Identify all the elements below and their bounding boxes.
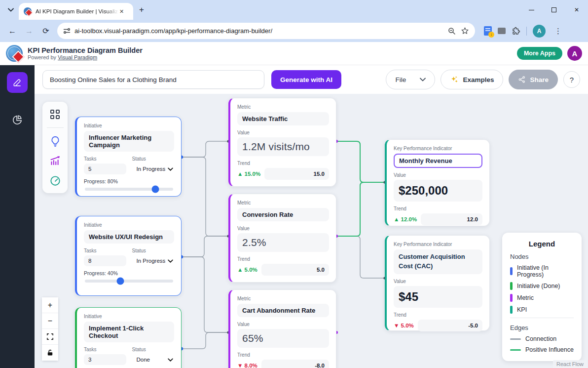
initiative-node-ux-redesign[interactable]: Initiative Website UX/UI Redesign Tasks … [75, 216, 182, 296]
trend-value-field[interactable]: 12.0 [421, 213, 482, 225]
extensions-puzzle-icon[interactable] [512, 27, 520, 36]
metric-value-field[interactable]: 65% [237, 329, 329, 348]
forward-icon[interactable]: → [22, 24, 37, 39]
trend-value-field[interactable]: -5.0 [418, 320, 482, 331]
url-text[interactable]: ai-toolbox.visual-paradigm.com/app/kpi-p… [74, 27, 443, 35]
kpi-title-input-focused[interactable]: Monthly Revenue [394, 154, 482, 168]
generate-with-ai-button[interactable]: Generate with AI [271, 70, 341, 89]
value-label: Value [394, 172, 482, 178]
metric-title-field[interactable]: Conversion Rate [237, 208, 329, 221]
kpi-title-field[interactable]: Customer Acquisition Cost (CAC) [394, 249, 482, 274]
metric-value-field[interactable]: 2.5% [237, 233, 329, 252]
tasks-field[interactable]: 5 [84, 164, 126, 174]
reload-icon[interactable]: ⟳ [38, 24, 53, 39]
metric-title-field[interactable]: Website Traffic [237, 112, 329, 125]
legend-item-label: Initiative (In Progress) [517, 264, 574, 278]
visual-paradigm-logo [6, 45, 23, 62]
legend-item: Initiative (In Progress) [510, 264, 574, 278]
address-bar[interactable]: ai-toolbox.visual-paradigm.com/app/kpi-p… [57, 23, 475, 39]
progress-slider[interactable] [85, 188, 173, 191]
browser-menu-kebab-icon[interactable]: ⋮ [551, 27, 565, 36]
tasks-label: Tasks [84, 156, 126, 162]
metric-title-field[interactable]: Cart Abandonment Rate [237, 304, 329, 317]
window-maximize-button[interactable] [543, 0, 565, 20]
trend-indicator: ▲ 12.0% [394, 216, 417, 222]
palette-kpi-gauge-icon[interactable] [49, 174, 62, 187]
site-settings-tune-icon[interactable] [63, 27, 71, 35]
more-apps-button[interactable]: More Apps [517, 47, 562, 60]
visual-paradigm-link[interactable]: Visual Paradigm [58, 54, 97, 60]
bookmark-star-icon[interactable] [461, 27, 469, 35]
palette-metric-chart-icon[interactable] [49, 155, 62, 167]
initiative-title-field[interactable]: Implement 1-Click Checkout [84, 322, 174, 342]
diagram-canvas[interactable]: + − Initiative Influencer Marketing Camp… [35, 94, 588, 368]
control-bar: Generate with AI File Examples Share ? [35, 65, 588, 94]
sparkles-icon [450, 75, 459, 84]
back-icon[interactable]: ← [5, 24, 20, 39]
window-minimize-button[interactable] [520, 0, 543, 20]
initiative-title-field[interactable]: Website UX/UI Redesign [84, 230, 174, 244]
tab-close-icon[interactable]: ✕ [119, 8, 124, 15]
metric-node-conversion-rate[interactable]: Metric Conversion Rate Value 2.5% Trend … [228, 194, 336, 283]
file-menu-label: File [395, 76, 406, 83]
fit-view-button[interactable] [42, 329, 58, 345]
share-button[interactable]: Share [509, 70, 558, 89]
examples-button[interactable]: Examples [441, 70, 503, 89]
kpi-node-cac[interactable]: Key Performance Indicator Customer Acqui… [385, 235, 490, 331]
tasks-field[interactable]: 8 [84, 255, 126, 266]
trend-value-field[interactable]: -8.0 [261, 360, 329, 368]
kpi-value-field[interactable]: $45 [394, 286, 482, 308]
progress-slider[interactable] [85, 280, 173, 283]
palette-initiative-bulb-icon[interactable] [49, 135, 62, 148]
palette-grid-icon[interactable] [49, 108, 62, 121]
kpi-value-field[interactable]: $250,000 [394, 180, 482, 202]
zoom-out-page-icon[interactable] [448, 27, 456, 35]
legend-nodes-heading: Nodes [510, 253, 574, 260]
status-select[interactable]: In Progress [132, 255, 175, 266]
kpi-node-monthly-revenue[interactable]: Key Performance Indicator Monthly Revenu… [385, 139, 490, 226]
node-type-label: Initiative [84, 314, 174, 319]
share-label: Share [530, 76, 549, 83]
new-tab-button[interactable]: + [139, 5, 144, 15]
initiative-node-influencer-marketing[interactable]: Initiative Influencer Marketing Campaign… [75, 117, 182, 197]
legend-panel: Legend Nodes Initiative (In Progress) In… [502, 233, 582, 361]
status-select[interactable]: Done [132, 354, 175, 365]
lock-toggle-button[interactable] [42, 345, 58, 361]
trend-indicator: ▲ 15.0% [237, 171, 260, 177]
trend-value-field[interactable]: 5.0 [261, 264, 329, 276]
initiative-node-one-click-checkout[interactable]: Initiative Implement 1-Click Checkout Ta… [75, 307, 182, 368]
connection-edge-swatch [510, 338, 521, 340]
tasks-label: Tasks [84, 248, 126, 253]
metric-value-field[interactable]: 1.2M visits/mo [237, 137, 329, 156]
legend-item-label: Metric [517, 294, 534, 301]
browser-tab[interactable]: AI KPI Diagram Builder | Visualiz ✕ [19, 3, 133, 20]
chevron-down-icon [420, 78, 426, 82]
sidebar-item-charts[interactable] [7, 110, 28, 130]
zoom-in-button[interactable]: + [42, 297, 58, 313]
prompt-input[interactable] [42, 70, 264, 89]
status-label: Status [132, 156, 175, 162]
sidebar-item-editor[interactable] [7, 72, 28, 93]
edge-positive-influence [336, 182, 385, 236]
status-select[interactable]: In Progress [132, 164, 175, 174]
metric-node-website-traffic[interactable]: Metric Website Traffic Value 1.2M visits… [228, 98, 336, 187]
zoom-out-button[interactable]: − [42, 313, 58, 329]
tasks-field[interactable]: 3 [84, 354, 126, 365]
file-menu-button[interactable]: File [386, 70, 435, 89]
legend-item: Metric [510, 294, 574, 302]
metric-node-cart-abandonment[interactable]: Metric Cart Abandonment Rate Value 65% T… [228, 289, 336, 368]
legend-item-label: KPI [517, 306, 527, 313]
trend-value-field[interactable]: 15.0 [264, 168, 329, 180]
docs-offline-extension-icon[interactable] [484, 26, 492, 36]
initiative-title-field[interactable]: Influencer Marketing Campaign [84, 131, 174, 152]
pie-chart-icon [12, 115, 23, 125]
status-label: Status [132, 248, 175, 253]
node-type-label: Initiative [84, 123, 174, 128]
user-avatar[interactable]: A [567, 46, 582, 61]
help-button[interactable]: ? [563, 71, 580, 88]
window-close-button[interactable]: ✕ [565, 0, 588, 20]
browser-profile-avatar[interactable]: A [533, 25, 546, 38]
comment-extension-icon[interactable] [498, 28, 506, 34]
left-sidebar [0, 65, 35, 368]
tab-search-chevron-icon[interactable] [4, 3, 18, 17]
